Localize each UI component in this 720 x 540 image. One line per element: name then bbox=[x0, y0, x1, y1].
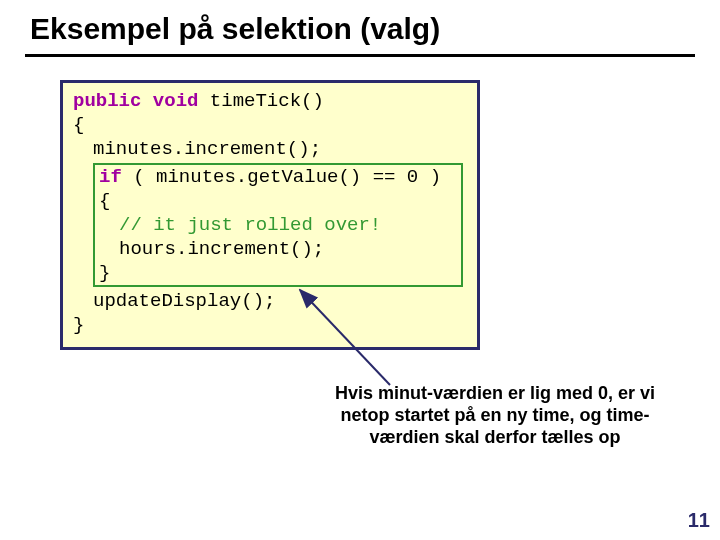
page-number: 11 bbox=[688, 509, 710, 532]
code-comment: // it just rolled over! bbox=[99, 213, 457, 237]
annotation-caption: Hvis minut-værdien er lig med 0, er vi n… bbox=[310, 382, 680, 448]
keyword-if: if bbox=[99, 166, 122, 188]
code-line-close-brace: } bbox=[73, 313, 467, 337]
page-title: Eksempel på selektion (valg) bbox=[30, 12, 440, 46]
code-line-if-close: } bbox=[99, 261, 457, 285]
highlighted-if-block: if ( minutes.getValue() == 0 ) { // it j… bbox=[93, 163, 463, 287]
slide: Eksempel på selektion (valg) public void… bbox=[0, 0, 720, 540]
code-line-signature: public void timeTick() bbox=[73, 89, 467, 113]
code-block: public void timeTick() { minutes.increme… bbox=[60, 80, 480, 350]
title-underline bbox=[25, 54, 695, 57]
keyword-void: void bbox=[153, 90, 199, 112]
code-line-update-display: updateDisplay(); bbox=[73, 289, 467, 313]
code-line-open-brace: { bbox=[73, 113, 467, 137]
code-line-hours-increment: hours.increment(); bbox=[99, 237, 457, 261]
method-name: timeTick() bbox=[210, 90, 324, 112]
code-line-minutes-increment: minutes.increment(); bbox=[73, 137, 467, 161]
keyword-public: public bbox=[73, 90, 141, 112]
code-line-if: if ( minutes.getValue() == 0 ) { bbox=[99, 165, 457, 213]
if-condition: ( minutes.getValue() == 0 ) { bbox=[99, 166, 441, 212]
